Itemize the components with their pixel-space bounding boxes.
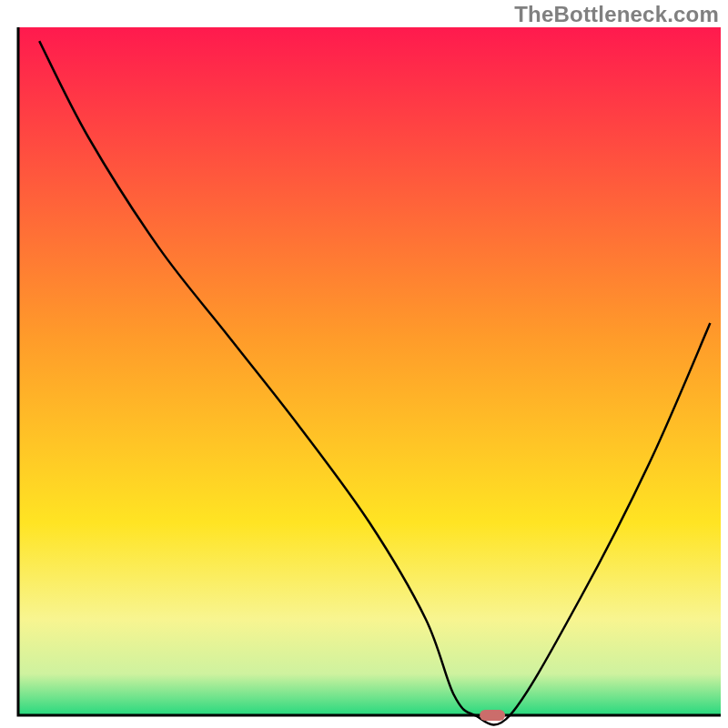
- bottleneck-chart: [0, 0, 728, 728]
- plot-background: [18, 27, 721, 715]
- sweet-spot-marker: [480, 710, 505, 721]
- chart-container: TheBottleneck.com: [0, 0, 728, 728]
- watermark-text: TheBottleneck.com: [514, 2, 719, 27]
